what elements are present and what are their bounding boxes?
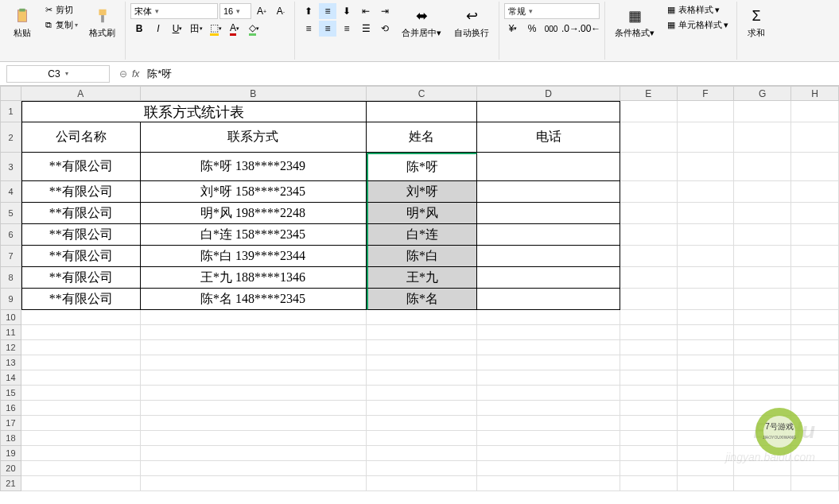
cell-G2[interactable] — [734, 122, 791, 153]
fx-icon[interactable]: fx — [132, 68, 139, 79]
cell-D4[interactable] — [477, 181, 620, 203]
cell-D14[interactable] — [477, 370, 620, 386]
formula-input[interactable] — [144, 65, 833, 83]
cell-G21[interactable] — [734, 476, 791, 491]
cell-H1[interactable] — [791, 101, 839, 122]
row-header[interactable]: 13 — [0, 355, 21, 370]
cell-E17[interactable] — [620, 416, 678, 431]
cell-E3[interactable] — [620, 153, 678, 181]
sum-button[interactable]: Σ 求和 — [742, 3, 771, 42]
cell-E6[interactable] — [620, 224, 678, 246]
cell-H3[interactable] — [791, 153, 839, 181]
cell-D16[interactable] — [477, 401, 620, 416]
decrease-decimal-button[interactable]: .00← — [581, 21, 598, 37]
column-header-F[interactable]: F — [678, 86, 735, 101]
column-header-H[interactable]: H — [791, 86, 839, 101]
cell-C18[interactable] — [367, 431, 478, 446]
cell-F7[interactable] — [678, 246, 735, 267]
font-color-button[interactable]: A▾ — [226, 21, 243, 37]
cell-F5[interactable] — [678, 203, 735, 224]
row-header[interactable]: 9 — [0, 289, 21, 310]
cell-E14[interactable] — [620, 370, 678, 386]
cell-C5[interactable]: 明*风 — [367, 203, 478, 224]
cell-C6[interactable]: 白*连 — [367, 224, 478, 246]
cell-A16[interactable] — [21, 401, 141, 416]
italic-button[interactable]: I — [150, 21, 167, 37]
cell-D13[interactable] — [477, 355, 620, 370]
cell-C13[interactable] — [367, 355, 478, 370]
cell-E9[interactable] — [620, 289, 678, 310]
fill-color-button[interactable]: ⬚▾ — [207, 21, 224, 37]
cell-D9[interactable] — [477, 289, 620, 310]
cell-C2[interactable]: 姓名 — [367, 122, 478, 153]
cell-C12[interactable] — [367, 340, 478, 355]
decrease-indent-button[interactable]: ⇤ — [357, 3, 375, 19]
number-format-select[interactable]: 常规▾ — [504, 3, 600, 19]
cell-D10[interactable] — [477, 310, 620, 325]
cell-C21[interactable] — [367, 476, 478, 491]
cell-A19[interactable] — [21, 446, 141, 461]
font-name-select[interactable]: 宋体▾ — [130, 3, 218, 19]
cell-C19[interactable] — [367, 446, 478, 461]
cell-E10[interactable] — [620, 310, 678, 325]
align-right-button[interactable]: ≡ — [338, 21, 355, 37]
increase-decimal-button[interactable]: .0→ — [561, 21, 579, 37]
cell-B13[interactable] — [141, 355, 367, 370]
cell-A3[interactable]: **有限公司 — [21, 153, 141, 181]
cell-D8[interactable] — [477, 267, 620, 289]
cell-E18[interactable] — [620, 431, 678, 446]
cell-H13[interactable] — [791, 355, 839, 370]
cell-G3[interactable] — [734, 153, 791, 181]
format-painter-button[interactable]: 格式刷 — [84, 3, 120, 42]
cell-C1[interactable] — [367, 101, 478, 122]
row-header[interactable]: 10 — [0, 310, 21, 325]
cell-B10[interactable] — [141, 310, 367, 325]
cell-F14[interactable] — [678, 370, 735, 386]
cell-E2[interactable] — [620, 122, 678, 153]
paste-button[interactable]: 粘贴 — [8, 3, 37, 42]
row-header[interactable]: 19 — [0, 446, 21, 461]
increase-indent-button[interactable]: ⇥ — [376, 3, 394, 19]
cell-D19[interactable] — [477, 446, 620, 461]
cell-F3[interactable] — [678, 153, 735, 181]
cell-E7[interactable] — [620, 246, 678, 267]
cell-F21[interactable] — [678, 476, 735, 491]
cell-H9[interactable] — [791, 289, 839, 310]
currency-button[interactable]: ¥▾ — [504, 21, 522, 37]
cell-E13[interactable] — [620, 355, 678, 370]
row-header[interactable]: 6 — [0, 224, 21, 246]
comma-button[interactable]: 000 — [542, 21, 560, 37]
zoom-icon[interactable]: ⊖ — [119, 68, 127, 79]
cell-H6[interactable] — [791, 224, 839, 246]
cell-D18[interactable] — [477, 431, 620, 446]
cell-F12[interactable] — [678, 340, 735, 355]
cell-F15[interactable] — [678, 386, 735, 401]
cell-H7[interactable] — [791, 246, 839, 267]
row-header[interactable]: 18 — [0, 431, 21, 446]
cell-F16[interactable] — [678, 401, 735, 416]
cell-D7[interactable] — [477, 246, 620, 267]
row-header[interactable]: 15 — [0, 386, 21, 401]
cell-E8[interactable] — [620, 267, 678, 289]
cell-D21[interactable] — [477, 476, 620, 491]
increase-font-button[interactable]: A+ — [253, 3, 270, 19]
cell-E4[interactable] — [620, 181, 678, 203]
cell-F11[interactable] — [678, 325, 735, 340]
underline-button[interactable]: U▾ — [169, 21, 186, 37]
cell-D5[interactable] — [477, 203, 620, 224]
cell-A6[interactable]: **有限公司 — [21, 224, 141, 246]
copy-button[interactable]: ⧉复制▾ — [40, 18, 81, 32]
cell-A15[interactable] — [21, 386, 141, 401]
highlight-button[interactable]: ◇▾ — [245, 21, 262, 37]
align-bottom-button[interactable]: ⬇ — [338, 3, 355, 19]
cell-G5[interactable] — [734, 203, 791, 224]
cell-B17[interactable] — [141, 416, 367, 431]
cell-A2[interactable]: 公司名称 — [21, 122, 141, 153]
name-box[interactable]: C3▾ — [6, 65, 110, 83]
cell-A13[interactable] — [21, 355, 141, 370]
cut-button[interactable]: ✂剪切 — [40, 3, 81, 17]
row-header[interactable]: 7 — [0, 246, 21, 267]
cell-A18[interactable] — [21, 431, 141, 446]
cell-B4[interactable]: 刘*呀 158****2345 — [141, 181, 367, 203]
cell-G10[interactable] — [734, 310, 791, 325]
